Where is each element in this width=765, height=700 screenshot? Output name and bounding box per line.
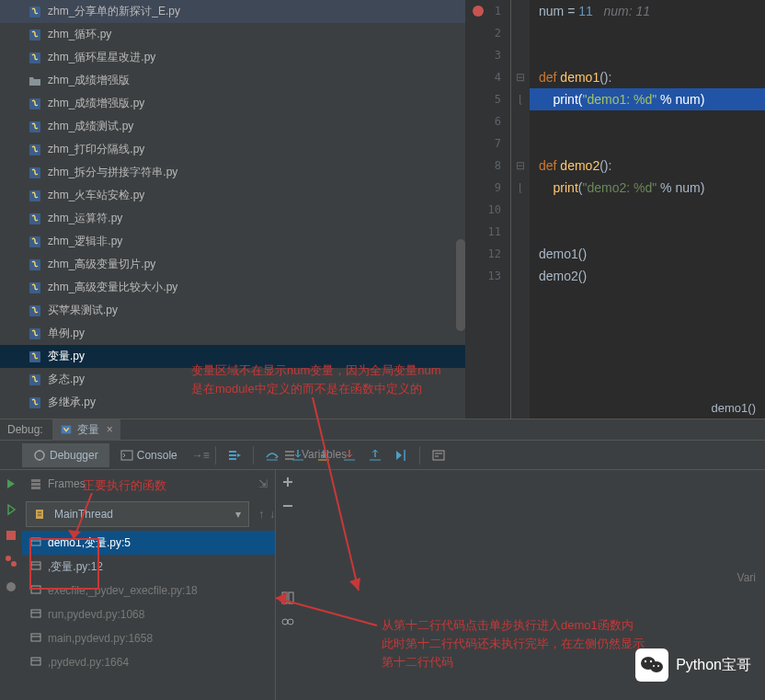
- python-file-icon: [28, 373, 42, 387]
- python-file-icon: [28, 28, 42, 42]
- frame-icon: [29, 559, 42, 575]
- svg-rect-45: [36, 510, 43, 519]
- run-to-cursor-icon[interactable]: [394, 448, 408, 463]
- file-item[interactable]: zhm_逻辑非.py: [0, 230, 465, 253]
- file-item[interactable]: zhm_高级变量切片.py: [0, 253, 465, 276]
- variables-placeholder: Vari: [737, 571, 756, 584]
- line-gutter[interactable]: 12345678910111213: [465, 0, 511, 419]
- frame-item[interactable]: demo1, 变量.py:5: [22, 531, 275, 555]
- python-file-icon: [28, 235, 42, 249]
- file-tree[interactable]: zhm_分享单的新探讨_E.pyzhm_循环.pyzhm_循环星星改进.pyzh…: [0, 0, 465, 419]
- frame-list[interactable]: demo1, 变量.py:5, 变量.py:12execfile, _pydev…: [22, 531, 275, 674]
- svg-point-78: [650, 661, 663, 672]
- svg-rect-17: [61, 426, 71, 434]
- step-out-icon[interactable]: [368, 448, 382, 463]
- console-tab[interactable]: Console: [109, 443, 188, 467]
- rerun-icon[interactable]: [3, 476, 19, 492]
- file-item[interactable]: zhm_打印分隔线.py: [0, 138, 465, 161]
- line-number[interactable]: 10: [465, 199, 510, 221]
- line-number[interactable]: 13: [465, 265, 510, 287]
- frame-icon: [29, 655, 42, 671]
- file-item[interactable]: zhm_循环星星改进.py: [0, 46, 465, 69]
- python-file-icon: [28, 258, 42, 272]
- file-item[interactable]: zhm_成绩测试.py: [0, 115, 465, 138]
- layout-icon[interactable]: [280, 590, 296, 606]
- frames-title: Frames: [48, 477, 86, 490]
- remove-watch-icon[interactable]: [280, 498, 296, 514]
- svg-rect-52: [31, 586, 40, 593]
- frame-item[interactable]: , 变量.py:12: [22, 555, 275, 579]
- frames-panel: Frames ⇲ MainThread ▾ ↑ ↓ demo1, 变量.py:5…: [22, 470, 276, 700]
- python-file-icon: [28, 143, 42, 157]
- prev-frame-icon[interactable]: ↑: [258, 508, 264, 521]
- python-file-icon: [28, 212, 42, 226]
- svg-rect-56: [31, 634, 40, 641]
- add-watch-icon[interactable]: [280, 474, 296, 490]
- code-editor[interactable]: 12345678910111213 ⊟⌊⊟⌊ num = 11 num: 11 …: [465, 0, 765, 419]
- debug-toolbar: Debugger Console →≡: [0, 441, 765, 470]
- file-item[interactable]: zhm_成绩增强版: [0, 69, 465, 92]
- resume-icon[interactable]: [3, 501, 19, 518]
- line-number[interactable]: 4: [465, 66, 510, 88]
- line-number[interactable]: 8: [465, 155, 510, 177]
- file-item[interactable]: 买苹果测试.py: [0, 299, 465, 322]
- line-number[interactable]: 2: [465, 22, 510, 44]
- file-item[interactable]: zhm_火车站安检.py: [0, 184, 465, 207]
- frame-item[interactable]: main, pydevd.py:1658: [22, 626, 275, 650]
- scrollbar[interactable]: [456, 239, 465, 331]
- code-area[interactable]: num = 11 num: 11 def demo1(): print("dem…: [530, 0, 765, 419]
- debugger-tab[interactable]: Debugger: [22, 443, 109, 467]
- frame-item[interactable]: run, pydevd.py:1068: [22, 602, 275, 626]
- file-item[interactable]: 多继承.py: [0, 391, 465, 414]
- line-number[interactable]: 9: [465, 177, 510, 199]
- file-item[interactable]: 变量.py: [0, 345, 465, 368]
- svg-point-18: [35, 451, 44, 460]
- next-frame-icon[interactable]: ↓: [269, 508, 275, 521]
- svg-rect-42: [31, 479, 40, 482]
- expand-icon[interactable]: →≡: [192, 449, 210, 462]
- line-number[interactable]: 1: [465, 0, 510, 22]
- python-file-icon: [28, 396, 42, 410]
- restore-icon[interactable]: ⇲: [258, 477, 268, 490]
- breadcrumb[interactable]: demo1(): [712, 396, 756, 419]
- evaluate-expression-icon[interactable]: [431, 448, 446, 463]
- svg-point-68: [282, 619, 288, 625]
- line-number[interactable]: 12: [465, 243, 510, 265]
- line-number[interactable]: 11: [465, 221, 510, 243]
- frame-item[interactable]: execfile, _pydev_execfile.py:18: [22, 579, 275, 602]
- debug-label: Debug:: [7, 423, 43, 436]
- inline-hint: num: 11: [603, 4, 650, 18]
- svg-rect-50: [31, 562, 40, 569]
- watermark: Python宝哥: [635, 648, 751, 682]
- file-item[interactable]: zhm_拆分与拼接字符串.py: [0, 161, 465, 184]
- frame-item[interactable]: , pydevd.py:1664: [22, 650, 275, 674]
- frame-icon: [29, 631, 42, 647]
- file-item[interactable]: zhm_循环.py: [0, 23, 465, 46]
- line-number[interactable]: 7: [465, 132, 510, 155]
- thread-selector[interactable]: MainThread ▾: [26, 501, 249, 527]
- svg-rect-44: [31, 487, 40, 489]
- show-execution-point-icon[interactable]: [227, 448, 242, 463]
- debug-tab[interactable]: 变量 ×: [52, 419, 120, 441]
- svg-point-79: [645, 660, 646, 662]
- glasses-icon[interactable]: [280, 614, 296, 630]
- svg-rect-35: [433, 451, 444, 460]
- file-item[interactable]: 多态.py: [0, 368, 465, 391]
- file-item[interactable]: zhm_高级变量比较大小.py: [0, 276, 465, 299]
- line-number[interactable]: 6: [465, 110, 510, 132]
- mute-breakpoints-icon[interactable]: [3, 579, 19, 595]
- file-item[interactable]: 单例.py: [0, 322, 465, 345]
- file-item[interactable]: zhm_成绩增强版.py: [0, 92, 465, 115]
- variables-title: Variables: [302, 448, 347, 461]
- svg-point-40: [11, 561, 17, 567]
- python-file-icon: [28, 97, 42, 111]
- close-icon[interactable]: ×: [107, 423, 113, 436]
- file-item[interactable]: zhm_分享单的新探讨_E.py: [0, 0, 465, 23]
- view-breakpoints-icon[interactable]: [3, 553, 19, 569]
- line-number[interactable]: 5: [465, 88, 510, 110]
- frame-icon: [29, 607, 42, 623]
- stop-icon[interactable]: [3, 527, 19, 544]
- file-item[interactable]: zhm_运算符.py: [0, 207, 465, 230]
- breakpoint-icon[interactable]: [473, 6, 484, 17]
- line-number[interactable]: 3: [465, 44, 510, 66]
